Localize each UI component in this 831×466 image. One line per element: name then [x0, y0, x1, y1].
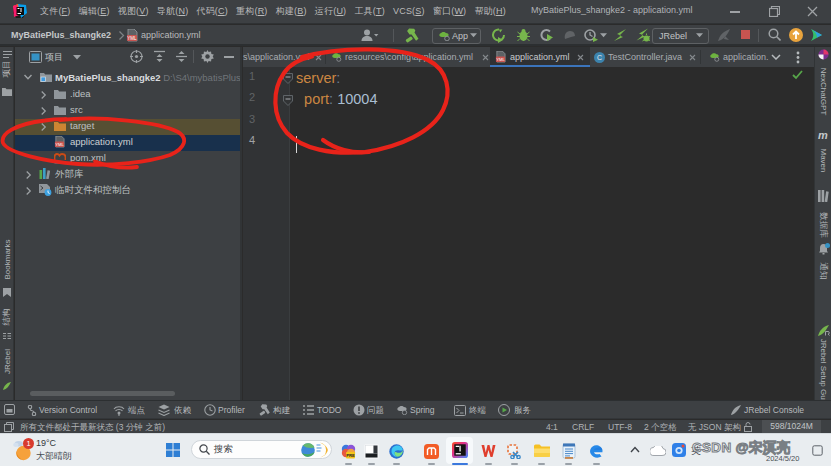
- svg-text:YML: YML: [496, 57, 505, 62]
- svg-text:PRE: PRE: [346, 453, 355, 458]
- svg-text:YML: YML: [55, 142, 64, 147]
- svg-text:YML: YML: [127, 36, 137, 41]
- svg-text:C: C: [597, 54, 602, 61]
